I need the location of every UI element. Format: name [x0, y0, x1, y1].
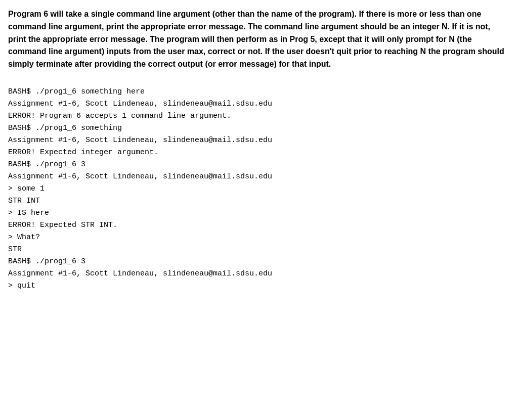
code-line: BASH$ ./prog1_6 something here — [8, 86, 508, 98]
code-line: Assignment #1-6, Scott Lindeneau, slinde… — [8, 171, 508, 183]
code-line: ERROR! Expected integer argument. — [8, 147, 508, 159]
code-line: ERROR! Program 6 accepts 1 command line … — [8, 110, 508, 122]
code-line: > some 1 — [8, 183, 508, 195]
code-line: > What? — [8, 231, 508, 244]
code-line: Assignment #1-6, Scott Lindeneau, slinde… — [8, 98, 508, 110]
code-line: > quit — [8, 280, 508, 292]
code-line: BASH$ ./prog1_6 3 — [8, 256, 508, 268]
code-line: STR INT — [8, 195, 508, 207]
code-line: Assignment #1-6, Scott Lindeneau, slinde… — [8, 268, 508, 280]
code-line: > IS here — [8, 207, 508, 219]
code-output-block: BASH$ ./prog1_6 something hereAssignment… — [8, 74, 508, 292]
code-line: STR — [8, 244, 508, 256]
code-line: BASH$ ./prog1_6 something — [8, 122, 508, 134]
code-line: ERROR! Expected STR INT. — [8, 219, 508, 231]
code-line: Assignment #1-6, Scott Lindeneau, slinde… — [8, 134, 508, 147]
description-paragraph: Program 6 will take a single command lin… — [8, 8, 508, 71]
code-line: BASH$ ./prog1_6 3 — [8, 159, 508, 171]
